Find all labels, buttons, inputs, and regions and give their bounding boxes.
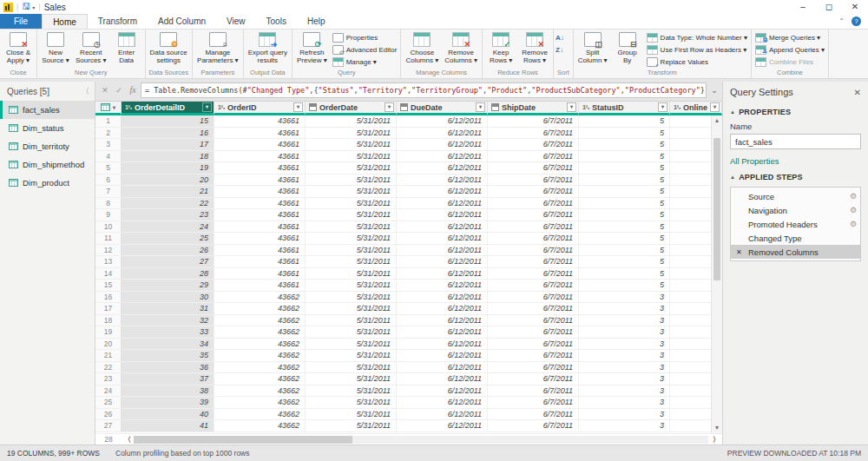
horizontal-scrollbar[interactable]: 28 〈 〉 [95, 433, 722, 445]
applied-step-changed-type[interactable]: ✕Changed Type⚙ [731, 231, 860, 245]
column-header-duedate[interactable]: DueDate▾ [397, 102, 488, 115]
applied-steps-section-header[interactable]: ▲ APPLIED STEPS [723, 168, 868, 185]
cell-statusid[interactable]: 5 [579, 268, 670, 280]
row-number[interactable]: 24 [95, 385, 122, 398]
cell-duedate[interactable]: 6/12/2011 [397, 385, 488, 398]
data-type-button[interactable]: Data Type: Whole Number ▾ [645, 32, 749, 43]
column-header-statusid[interactable]: 1²₃StatusID▾ [579, 102, 670, 115]
cell-orderid[interactable]: 43661 [214, 175, 306, 187]
collapse-ribbon-icon[interactable]: ⌃ [838, 17, 845, 25]
query-item-dim_territoty[interactable]: Dim_territoty [0, 137, 95, 155]
row-number[interactable]: 18 [95, 315, 122, 327]
cell-duedate[interactable]: 6/12/2011 [397, 162, 488, 175]
cell-orderdetailid[interactable]: 24 [122, 221, 214, 234]
cell-orderdate[interactable]: 5/31/2011 [306, 350, 397, 362]
sort-ascending-icon[interactable]: A↓ [556, 32, 564, 43]
cell-duedate[interactable]: 6/12/2011 [397, 339, 488, 351]
cell-statusid[interactable]: 3 [579, 326, 670, 339]
cell-orderdate[interactable]: 5/31/2011 [306, 221, 397, 234]
cell-orderid[interactable]: 43661 [214, 209, 306, 221]
cell-orderid[interactable]: 43662 [214, 362, 306, 374]
cell-orderdate[interactable]: 5/31/2011 [306, 139, 397, 151]
cell-statusid[interactable]: 5 [579, 139, 670, 151]
cell-orderdate[interactable]: 5/31/2011 [306, 268, 397, 280]
cell-orderid[interactable]: 43662 [214, 397, 306, 409]
row-number[interactable]: 26 [95, 409, 122, 421]
cell-orderid[interactable]: 43662 [214, 385, 306, 398]
cell-shipdate[interactable]: 6/7/2011 [488, 139, 579, 151]
cell-shipdate[interactable]: 6/7/2011 [488, 362, 579, 374]
cell-orderdate[interactable]: 5/31/2011 [306, 162, 397, 175]
cell-shipdate[interactable]: 6/7/2011 [488, 162, 579, 175]
tab-file[interactable]: File [0, 14, 42, 29]
cell-orderdetailid[interactable]: 26 [122, 245, 214, 257]
collapse-properties-icon[interactable]: ▲ [730, 109, 735, 115]
cell-duedate[interactable]: 6/12/2011 [397, 245, 488, 257]
cell-orderdetailid[interactable]: 41 [122, 420, 214, 432]
cell-orderid[interactable]: 43661 [214, 162, 306, 175]
cell-statusid[interactable]: 3 [579, 315, 670, 327]
cell-statusid[interactable]: 3 [579, 303, 670, 315]
row-number[interactable]: 7 [95, 186, 122, 198]
cell-orderid[interactable]: 43662 [214, 409, 306, 421]
cell-orderdate[interactable]: 5/31/2011 [306, 420, 397, 432]
cell-orderdetailid[interactable]: 16 [122, 128, 214, 140]
cell-statusid[interactable]: 5 [579, 233, 670, 245]
cell-orderdetailid[interactable]: 29 [122, 280, 214, 292]
filter-dropdown-icon[interactable]: ▾ [476, 102, 485, 112]
cell-shipdate[interactable]: 6/7/2011 [488, 326, 579, 339]
cell-orderid[interactable]: 43661 [214, 256, 306, 268]
cell-orderdate[interactable]: 5/31/2011 [306, 303, 397, 315]
row-number[interactable]: 15 [95, 280, 122, 292]
remove-columns-button[interactable]: ✕Remove Columns ▾ [442, 30, 480, 64]
cell-statusid[interactable]: 5 [579, 175, 670, 187]
delete-step-icon[interactable]: ✕ [736, 248, 745, 256]
applied-step-removed-columns[interactable]: ✕Removed Columns⚙ [731, 245, 860, 259]
cell-orderid[interactable]: 43661 [214, 280, 306, 292]
cell-duedate[interactable]: 6/12/2011 [397, 233, 488, 245]
cell-shipdate[interactable]: 6/7/2011 [488, 128, 579, 140]
cell-shipdate[interactable]: 6/7/2011 [488, 221, 579, 234]
cell-shipdate[interactable]: 6/7/2011 [488, 175, 579, 187]
cell-shipdate[interactable]: 6/7/2011 [488, 245, 579, 257]
filter-dropdown-icon[interactable]: ▾ [658, 102, 667, 112]
row-number[interactable]: 4 [95, 151, 122, 163]
column-header-onlineorder[interactable]: 1²₃OnlineOrder▾ [670, 102, 722, 115]
cell-shipdate[interactable]: 6/7/2011 [488, 350, 579, 362]
cell-orderdate[interactable]: 5/31/2011 [306, 209, 397, 221]
cell-orderdetailid[interactable]: 37 [122, 373, 214, 385]
cell-duedate[interactable]: 6/12/2011 [397, 303, 488, 315]
cell-orderdate[interactable]: 5/31/2011 [306, 198, 397, 210]
row-number[interactable]: 2 [95, 128, 122, 140]
cell-statusid[interactable]: 5 [579, 162, 670, 175]
cell-shipdate[interactable]: 6/7/2011 [488, 209, 579, 221]
cell-statusid[interactable]: 5 [579, 209, 670, 221]
row-number[interactable]: 12 [95, 245, 122, 257]
scroll-left-icon[interactable]: 〈 [122, 435, 134, 445]
properties-section-header[interactable]: ▲ PROPERTIES [723, 102, 868, 120]
cell-orderdetailid[interactable]: 23 [122, 209, 214, 221]
row-number[interactable]: 9 [95, 209, 122, 221]
filter-dropdown-icon[interactable]: ▾ [202, 102, 212, 112]
cell-shipdate[interactable]: 6/7/2011 [488, 385, 579, 398]
filter-dropdown-icon[interactable]: ▾ [293, 102, 303, 112]
cell-orderdetailid[interactable]: 33 [122, 326, 214, 339]
cell-duedate[interactable]: 6/12/2011 [397, 350, 488, 362]
query-name-input[interactable]: fact_sales [730, 134, 861, 149]
cell-statusid[interactable]: 5 [579, 198, 670, 210]
cell-duedate[interactable]: 6/12/2011 [397, 198, 488, 210]
cell-orderid[interactable]: 43661 [214, 233, 306, 245]
cell-orderdetailid[interactable]: 20 [122, 175, 214, 187]
profiling-status[interactable]: Column profiling based on top 1000 rows [115, 449, 250, 458]
cell-orderdetailid[interactable]: 39 [122, 397, 214, 409]
cell-orderdetailid[interactable]: 22 [122, 198, 214, 210]
remove-rows-button[interactable]: ✕Remove Rows ▾ [518, 30, 551, 64]
first-row-headers-button[interactable]: Use First Row as Headers ▾ [645, 44, 749, 56]
cell-shipdate[interactable]: 6/7/2011 [488, 115, 579, 128]
filter-dropdown-icon[interactable]: ▾ [710, 102, 720, 112]
cell-duedate[interactable]: 6/12/2011 [397, 373, 488, 385]
applied-step-source[interactable]: ✕Source⚙ [731, 189, 860, 203]
choose-columns-button[interactable]: Choose Columns ▾ [403, 30, 441, 64]
recent-sources-button[interactable]: ◷Recent Sources ▾ [73, 30, 109, 64]
cell-statusid[interactable]: 5 [579, 186, 670, 198]
